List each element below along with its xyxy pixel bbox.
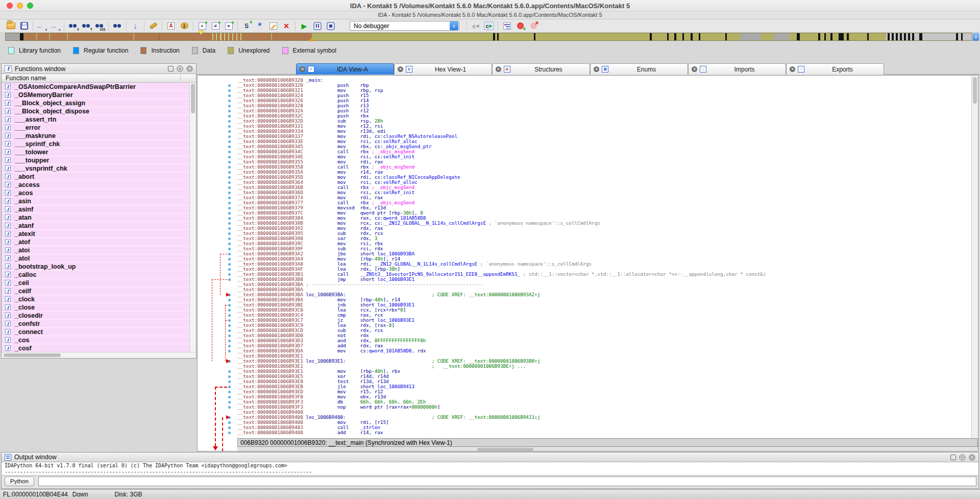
tab-structures[interactable]: ✕AStructures — [492, 63, 590, 75]
navband-zoom-control[interactable]: ▲▼ — [973, 33, 979, 41]
navigation-band[interactable] — [5, 33, 972, 41]
scrollbar-thumb[interactable] — [4, 353, 61, 357]
function-list-item[interactable]: f___vsnprintf_chk — [2, 164, 189, 173]
function-list-item[interactable]: f_atoi — [2, 246, 189, 254]
close-tab-icon[interactable]: ✕ — [790, 66, 795, 72]
undefine-icon[interactable]: × — [280, 20, 293, 32]
function-list-item[interactable]: f_abort — [2, 173, 189, 181]
interpreter-select-button[interactable]: Python — [5, 477, 34, 486]
function-list-item[interactable]: f_connect — [2, 328, 189, 336]
function-list-item[interactable]: f_asinf — [2, 205, 189, 213]
disassembly-line[interactable]: __text:00000001006B93DA mov cs:qword_101… — [237, 348, 971, 353]
function-list-item[interactable]: f___error — [2, 124, 189, 132]
step-run-icon[interactable]: c▶ — [482, 20, 496, 32]
debugger-selector[interactable]: No debugger▲▼ — [350, 21, 459, 31]
edit-icon[interactable] — [266, 20, 280, 32]
strings-icon[interactable]: A — [164, 20, 178, 32]
breakpoint-list-icon[interactable] — [500, 20, 513, 32]
breakpoint-add-icon[interactable] — [513, 20, 527, 32]
disassembly-listing[interactable]: __text:00000001006B9320 _main:__text:000… — [237, 78, 971, 435]
tab-enums[interactable]: ✕≣Enums — [590, 63, 688, 75]
asterisk-icon[interactable]: * — [253, 20, 266, 32]
disassembly-line[interactable]: __text:00000001006B93F3 nop word ptr [ra… — [237, 405, 971, 410]
find-text-icon[interactable] — [80, 20, 93, 32]
close-tab-icon[interactable]: ✕ — [692, 66, 697, 72]
close-tab-icon[interactable]: ✕ — [594, 66, 599, 72]
function-list-item[interactable]: f___tolower — [2, 148, 189, 156]
make-name-icon[interactable]: a — [222, 20, 235, 32]
close-panel-button[interactable] — [969, 454, 975, 461]
function-list-item[interactable]: f_acos — [2, 189, 189, 197]
function-name-column-header[interactable]: Function name — [2, 74, 196, 83]
save-icon[interactable] — [17, 20, 31, 32]
function-list-item[interactable]: f_atanf — [2, 222, 189, 230]
scrollbar-thumb[interactable] — [477, 448, 533, 451]
calculator-icon[interactable]: 2 — [178, 20, 191, 32]
function-list-item[interactable]: f_asin — [2, 197, 189, 205]
open-file-icon[interactable] — [4, 20, 17, 32]
forward-icon[interactable]: →▼ — [48, 20, 62, 32]
function-list-item[interactable]: f_cosf — [2, 344, 189, 352]
function-list-item[interactable]: f___toupper — [2, 156, 189, 164]
functions-vertical-scrollbar[interactable] — [189, 83, 196, 352]
tab-imports[interactable]: ✕↓Imports — [688, 63, 786, 75]
scrollbar-thumb[interactable] — [191, 84, 195, 113]
function-list-item[interactable]: f_ceil — [2, 279, 189, 287]
function-list-item[interactable]: f_atol — [2, 254, 189, 263]
stop-icon[interactable] — [324, 20, 337, 32]
functions-window-titlebar[interactable]: f Functions window — [2, 64, 196, 74]
torch-icon[interactable] — [146, 20, 160, 32]
disassembly-line[interactable]: __text:00000001006B9408 add r14, rax — [237, 430, 971, 435]
function-list-item[interactable]: f_OSMemoryBarrier — [2, 91, 189, 99]
column-separator[interactable] — [180, 75, 181, 81]
find-code-icon[interactable] — [66, 20, 80, 32]
function-list-item[interactable]: f___maskrune — [2, 132, 189, 140]
disassembly-line[interactable]: __text:00000001006B93BA ; --------------… — [237, 282, 971, 287]
function-list-item[interactable]: f__Block_object_dispose — [2, 107, 189, 115]
float-panel-button[interactable] — [177, 65, 183, 72]
close-tab-icon[interactable]: ✕ — [398, 66, 403, 72]
script-icon[interactable]: S — [240, 20, 253, 32]
function-list-item[interactable]: f_close — [2, 303, 189, 312]
find-immediate-icon[interactable] — [93, 20, 106, 32]
close-tab-icon[interactable]: ✕ — [496, 66, 501, 72]
run-icon[interactable]: ▶ — [298, 20, 311, 32]
tab-hex-view-1[interactable]: ✕0Hex View-1 — [394, 63, 492, 75]
jump-next-icon[interactable]: ↓ — [129, 20, 142, 32]
disassembly-horizontal-scrollbar[interactable] — [237, 447, 978, 452]
function-list-item[interactable]: f_clock — [2, 295, 189, 303]
float-panel-button[interactable] — [959, 454, 966, 461]
function-list-item[interactable]: f___assert_rtn — [2, 115, 189, 124]
function-list-item[interactable]: f___sprintf_chk — [2, 140, 189, 148]
ida-view-a-pane[interactable]: __text:00000001006B9320 _main:__text:000… — [197, 75, 978, 452]
function-list-item[interactable]: f_access — [2, 181, 189, 189]
function-list-item[interactable]: f_bootstrap_look_up — [2, 263, 189, 271]
function-list-item[interactable]: f_OSAtomicCompareAndSwapPtrBarrier — [2, 83, 189, 91]
functions-horizontal-scrollbar[interactable] — [2, 352, 196, 358]
function-list-item[interactable]: f_calloc — [2, 271, 189, 279]
python-input[interactable] — [38, 477, 976, 486]
back-icon[interactable]: ←▼ — [35, 20, 48, 32]
pause-icon[interactable] — [311, 20, 324, 32]
step-back-icon[interactable]: c◀ — [469, 20, 482, 32]
breakpoint-delete-icon[interactable] — [527, 20, 540, 32]
function-list-item[interactable]: f_atexit — [2, 230, 189, 238]
function-list-item[interactable]: f_cos — [2, 336, 189, 344]
function-list-item[interactable]: f_atof — [2, 238, 189, 246]
find-icon[interactable] — [111, 20, 124, 32]
output-window-titlebar[interactable]: Output window — [2, 453, 978, 462]
stepper-icon[interactable]: ▲▼ — [450, 21, 458, 30]
make-data-icon[interactable]: d — [209, 20, 222, 32]
function-list-item[interactable]: f_atan — [2, 213, 189, 222]
maximize-panel-button[interactable] — [168, 66, 174, 72]
make-code-icon[interactable]: c — [195, 20, 209, 32]
output-log[interactable]: IDAPython 64-bit v1.7.0 final (serial 0)… — [2, 462, 978, 476]
function-list-item[interactable]: f_closedir — [2, 312, 189, 320]
close-tab-icon[interactable]: ✕ — [300, 66, 305, 72]
close-panel-button[interactable] — [186, 65, 193, 72]
tab-ida-view-a[interactable]: ✕≡IDA View-A — [296, 63, 394, 75]
function-list-item[interactable]: f_confstr — [2, 320, 189, 328]
scrollbar-thumb[interactable] — [973, 77, 977, 104]
function-list-item[interactable]: f_ceilf — [2, 287, 189, 295]
disassembly-vertical-scrollbar[interactable] — [971, 76, 978, 438]
